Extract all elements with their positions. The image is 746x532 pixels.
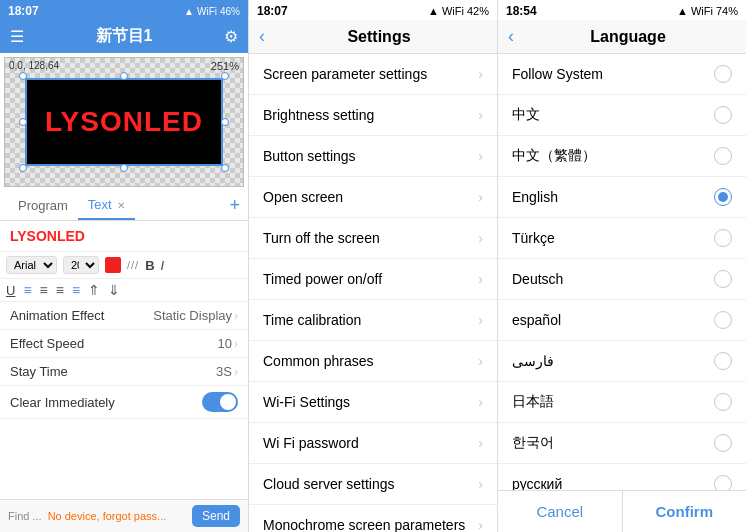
lang-label-german: Deutsch xyxy=(512,271,563,287)
back-button-3[interactable]: ‹ xyxy=(508,26,514,47)
signal-icon-2: ▲ xyxy=(428,5,439,17)
color-picker[interactable] xyxy=(105,257,121,273)
animation-effect-row[interactable]: Animation Effect Static Display › xyxy=(0,302,248,330)
cancel-button[interactable]: Cancel xyxy=(498,491,622,532)
settings-item-time[interactable]: Time calibration › xyxy=(249,300,497,341)
lang-item-persian[interactable]: فارسی xyxy=(498,341,746,382)
handle-mid-left[interactable] xyxy=(19,118,27,126)
lang-item-german[interactable]: Deutsch xyxy=(498,259,746,300)
settings-item-phrases[interactable]: Common phrases › xyxy=(249,341,497,382)
underline-button[interactable]: U xyxy=(6,283,15,298)
settings-item-timed[interactable]: Timed power on/off › xyxy=(249,259,497,300)
font-select[interactable]: Arial xyxy=(6,256,57,274)
tab-add-button[interactable]: + xyxy=(229,195,240,216)
back-button-2[interactable]: ‹ xyxy=(259,26,265,47)
find-text: Find ... xyxy=(8,510,42,522)
radio-korean[interactable] xyxy=(714,434,732,452)
battery-icon: 46% xyxy=(220,6,240,17)
hamburger-icon[interactable]: ☰ xyxy=(10,27,24,46)
effect-speed-row[interactable]: Effect Speed 10 › xyxy=(0,330,248,358)
lang-label-english: English xyxy=(512,189,558,205)
handle-bot-right[interactable] xyxy=(221,164,229,172)
wifi-icon: WiFi xyxy=(197,6,217,17)
no-device-link[interactable]: No device, forgot pass... xyxy=(48,510,167,522)
tab-close-icon[interactable]: ✕ xyxy=(117,200,125,211)
settings-item-screen[interactable]: Screen parameter settings › xyxy=(249,54,497,95)
gear-icon[interactable]: ⚙ xyxy=(224,27,238,46)
stay-time-value: 3S › xyxy=(216,364,238,379)
radio-chinese[interactable] xyxy=(714,106,732,124)
align-bottom-icon[interactable]: ⇓ xyxy=(108,282,120,298)
signal-icon-3: ▲ xyxy=(677,5,688,17)
align-center-icon[interactable]: ≡ xyxy=(40,282,48,298)
settings-item-open[interactable]: Open screen › xyxy=(249,177,497,218)
bold-button[interactable]: B xyxy=(145,258,154,273)
panel3-title: Language xyxy=(520,28,736,46)
canvas-area[interactable]: 0,0, 128,64 251% LYSONLED xyxy=(4,57,244,187)
align-justify-icon[interactable]: ≡ xyxy=(72,282,80,298)
language-list: Follow System 中文 中文（繁體） English Türkçe D… xyxy=(498,54,746,490)
tab-program[interactable]: Program xyxy=(8,192,78,219)
handle-top-left[interactable] xyxy=(19,72,27,80)
lang-item-spanish[interactable]: español xyxy=(498,300,746,341)
settings-item-button[interactable]: Button settings › xyxy=(249,136,497,177)
lang-label-chinese: 中文 xyxy=(512,106,540,124)
radio-spanish[interactable] xyxy=(714,311,732,329)
lang-label-chinese-trad: 中文（繁體） xyxy=(512,147,596,165)
settings-item-wifi[interactable]: Wi-Fi Settings › xyxy=(249,382,497,423)
arrow-icon: › xyxy=(478,517,483,532)
clear-immediately-toggle[interactable] xyxy=(202,392,238,412)
radio-russian[interactable] xyxy=(714,475,732,490)
radio-persian[interactable] xyxy=(714,352,732,370)
confirm-button[interactable]: Confirm xyxy=(622,491,747,532)
chevron-icon-3: › xyxy=(234,365,238,379)
handle-mid-right[interactable] xyxy=(221,118,229,126)
send-button[interactable]: Send xyxy=(192,505,240,527)
handle-top-mid[interactable] xyxy=(120,72,128,80)
wifi-icon-3: WiFi xyxy=(691,5,713,17)
panel-language: 18:54 ▲ WiFi 74% ‹ Language Follow Syste… xyxy=(498,0,746,532)
canvas-coords: 0,0, 128,64 xyxy=(9,60,59,71)
radio-turkish[interactable] xyxy=(714,229,732,247)
wifi-icon-2: WiFi xyxy=(442,5,464,17)
status-right-2: ▲ WiFi 42% xyxy=(428,5,489,17)
format-bar: Arial 20 /// B I xyxy=(0,251,248,279)
lang-item-korean[interactable]: 한국어 xyxy=(498,423,746,464)
align-left-icon[interactable]: ≡ xyxy=(23,282,31,298)
lang-item-japanese[interactable]: 日本語 xyxy=(498,382,746,423)
settings-item-wifipass[interactable]: Wi Fi password › xyxy=(249,423,497,464)
lang-item-chinese[interactable]: 中文 xyxy=(498,95,746,136)
time-1: 18:07 xyxy=(8,4,39,18)
radio-follow-system[interactable] xyxy=(714,65,732,83)
stay-time-row[interactable]: Stay Time 3S › xyxy=(0,358,248,386)
align-right-icon[interactable]: ≡ xyxy=(56,282,64,298)
settings-item-brightness[interactable]: Brightness setting › xyxy=(249,95,497,136)
arrow-icon: › xyxy=(478,107,483,123)
nav-bar-2: ‹ Settings xyxy=(249,20,497,54)
arrow-icon: › xyxy=(478,66,483,82)
radio-chinese-trad[interactable] xyxy=(714,147,732,165)
align-top-icon[interactable]: ⇑ xyxy=(88,282,100,298)
radio-german[interactable] xyxy=(714,270,732,288)
handle-bot-left[interactable] xyxy=(19,164,27,172)
panel2-title: Settings xyxy=(271,28,487,46)
settings-item-cloud[interactable]: Cloud server settings › xyxy=(249,464,497,505)
handle-bot-mid[interactable] xyxy=(120,164,128,172)
status-icons-1: ▲ WiFi 46% xyxy=(184,6,240,17)
tab-text[interactable]: Text ✕ xyxy=(78,191,135,220)
size-select[interactable]: 20 xyxy=(63,256,99,274)
italic-button[interactable]: I xyxy=(161,258,165,273)
lang-label-persian: فارسی xyxy=(512,353,554,369)
handle-top-right[interactable] xyxy=(221,72,229,80)
lang-item-chinese-trad[interactable]: 中文（繁體） xyxy=(498,136,746,177)
radio-english[interactable] xyxy=(714,188,732,206)
lang-item-turkish[interactable]: Türkçe xyxy=(498,218,746,259)
settings-item-turnoff[interactable]: Turn off the screen › xyxy=(249,218,497,259)
led-text: LYSONLED xyxy=(45,106,203,138)
radio-japanese[interactable] xyxy=(714,393,732,411)
chevron-icon-2: › xyxy=(234,337,238,351)
lang-item-follow-system[interactable]: Follow System xyxy=(498,54,746,95)
lang-item-russian[interactable]: русский xyxy=(498,464,746,490)
lang-item-english[interactable]: English xyxy=(498,177,746,218)
settings-item-mono[interactable]: Monochrome screen parameters › xyxy=(249,505,497,532)
